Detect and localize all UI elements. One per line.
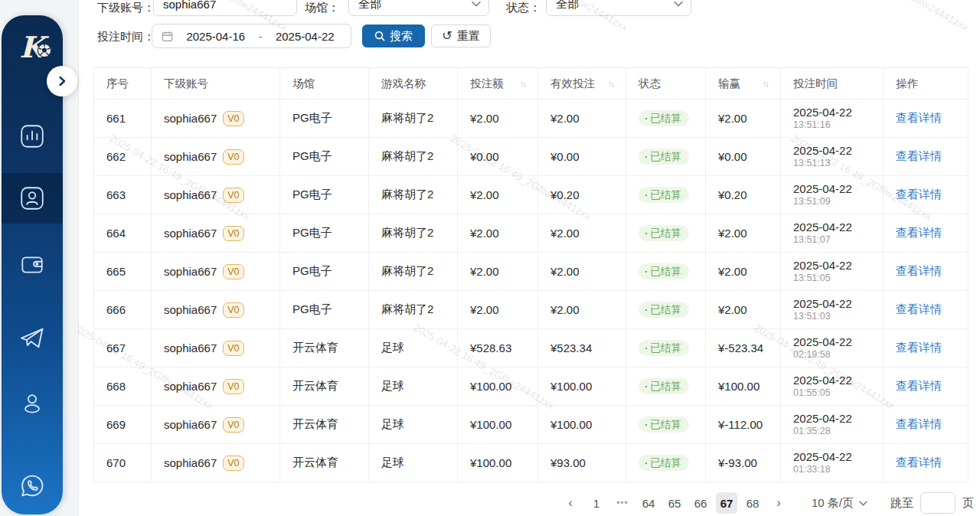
cell-bet-time: 2025-04-2201:55:05 xyxy=(781,367,884,406)
date-from-value[interactable]: 2025-04-16 xyxy=(179,30,253,43)
whatsapp-icon xyxy=(18,472,47,501)
cell-status: ·已结算 xyxy=(626,329,706,367)
cell-win-loss: ¥100.00 xyxy=(706,367,781,406)
user-icon xyxy=(18,390,46,417)
soccer-ball-icon xyxy=(35,41,54,60)
view-details-link[interactable]: 查看详情 xyxy=(896,417,942,430)
cell-bet-amount: ¥100.00 xyxy=(458,367,538,406)
cell-account: sophia667V0 xyxy=(152,444,280,482)
sidebar-item-reports[interactable] xyxy=(2,111,63,162)
sidebar-item-wallet[interactable] xyxy=(2,240,63,290)
view-details-link[interactable]: 查看详情 xyxy=(896,341,942,354)
account-name: sophia667 xyxy=(164,112,217,125)
view-details-link[interactable]: 查看详情 xyxy=(896,149,942,162)
bet-time-filter-label: 投注时间： xyxy=(97,24,155,49)
cell-venue: PG电子 xyxy=(280,291,369,329)
vip-level-badge: V0 xyxy=(223,149,243,165)
cell-bet-time: 2025-04-2202:19:58 xyxy=(781,329,884,367)
column-header-valid[interactable]: 有效投注↑↓ xyxy=(538,68,626,100)
search-button[interactable]: 搜索 xyxy=(362,24,425,47)
sort-icon[interactable]: ↑↓ xyxy=(763,79,769,88)
cell-bet-amount: ¥2.00 xyxy=(458,100,538,138)
view-details-link[interactable]: 查看详情 xyxy=(896,302,942,315)
account-name: sophia667 xyxy=(164,341,217,354)
pagination-page-1[interactable]: 1 xyxy=(586,492,607,514)
reset-button-label: 重置 xyxy=(457,29,480,44)
pagination-page-64[interactable]: 64 xyxy=(638,492,659,514)
cell-game: 麻将胡了2 xyxy=(369,214,458,253)
filter-bar: 下级账号： sophia667 场馆： 全部 状态： 全部 投注时间： 2025… xyxy=(78,0,980,64)
status-badge: ·已结算 xyxy=(639,149,689,165)
status-badge: ·已结算 xyxy=(639,187,689,204)
cell-bet-time: 2025-04-2213:51:16 xyxy=(781,100,884,138)
status-badge: ·已结算 xyxy=(639,455,689,472)
date-to-value[interactable]: 2025-04-22 xyxy=(269,30,342,43)
view-details-link[interactable]: 查看详情 xyxy=(896,456,942,469)
view-details-link[interactable]: 查看详情 xyxy=(896,264,942,277)
view-details-link[interactable]: 查看详情 xyxy=(896,226,942,239)
column-header-status: 状态 xyxy=(626,68,706,100)
cell-win-loss: ¥-93.00 xyxy=(706,444,781,482)
cell-account: sophia667V0 xyxy=(152,138,280,176)
table-row: 662 sophia667V0 PG电子 麻将胡了2 ¥0.00 ¥0.00 ·… xyxy=(94,138,969,176)
table-row: 669 sophia667V0 开云体育 足球 ¥100.00 ¥100.00 … xyxy=(94,406,969,444)
sort-icon[interactable]: ↑↓ xyxy=(520,79,527,88)
bar-chart-icon xyxy=(18,122,46,150)
column-header-win[interactable]: 输赢↑↓ xyxy=(706,68,781,100)
jump-page-input[interactable] xyxy=(920,492,956,514)
status-select[interactable]: 全部 xyxy=(546,0,691,16)
date-range-picker[interactable]: 2025-04-16 - 2025-04-22 xyxy=(152,24,351,48)
column-header-action: 操作 xyxy=(884,68,969,100)
sidebar-item-telegram[interactable] xyxy=(2,312,63,363)
cell-account: sophia667V0 xyxy=(152,329,280,367)
account-name: sophia667 xyxy=(164,380,217,393)
cell-index: 667 xyxy=(94,329,152,367)
view-details-link[interactable]: 查看详情 xyxy=(896,188,942,201)
cell-status: ·已结算 xyxy=(626,406,706,444)
telegram-icon xyxy=(18,323,47,352)
pagination-page-67[interactable]: 67 xyxy=(716,492,737,514)
cell-game: 足球 xyxy=(369,406,458,444)
reset-button[interactable]: ↺ 重置 xyxy=(431,24,491,47)
vip-level-badge: V0 xyxy=(223,341,243,356)
cell-action: 查看详情 xyxy=(884,138,969,176)
view-details-link[interactable]: 查看详情 xyxy=(896,111,942,124)
cell-bet-amount: ¥2.00 xyxy=(458,214,538,253)
cell-venue: PG电子 xyxy=(280,214,369,253)
cell-valid-bet: ¥0.00 xyxy=(538,138,626,176)
cell-action: 查看详情 xyxy=(884,176,969,214)
sidebar-item-members[interactable] xyxy=(2,173,63,224)
pagination-prev-button[interactable]: ‹ xyxy=(560,492,581,514)
chevron-down-icon xyxy=(859,501,867,506)
cell-index: 663 xyxy=(94,176,152,214)
status-badge: ·已结算 xyxy=(639,225,689,242)
vip-level-badge: V0 xyxy=(223,302,243,318)
pagination-page-68[interactable]: 68 xyxy=(742,492,763,514)
cell-venue: 开云体育 xyxy=(280,367,369,406)
column-header-bet[interactable]: 投注额↑↓ xyxy=(458,68,538,100)
sidebar-expand-button[interactable] xyxy=(47,66,77,96)
wallet-icon xyxy=(18,251,46,279)
cell-bet-amount: ¥2.00 xyxy=(458,291,538,329)
cell-action: 查看详情 xyxy=(884,367,969,406)
sort-icon[interactable]: ↑↓ xyxy=(608,79,615,88)
sidebar-item-whatsapp[interactable] xyxy=(2,461,63,511)
view-details-link[interactable]: 查看详情 xyxy=(896,379,942,392)
sidebar-item-profile[interactable] xyxy=(2,378,63,429)
column-label: 投注额 xyxy=(470,77,504,91)
account-search-input[interactable]: sophia667 xyxy=(153,0,297,16)
page-size-select[interactable]: 10 条/页 xyxy=(812,496,867,511)
pagination-page-65[interactable]: 65 xyxy=(664,492,685,514)
cell-index: 662 xyxy=(94,138,152,176)
venue-select[interactable]: 全部 xyxy=(348,0,489,16)
table-row: 663 sophia667V0 PG电子 麻将胡了2 ¥2.00 ¥0.20 ·… xyxy=(94,176,969,214)
cell-status: ·已结算 xyxy=(626,367,706,406)
table-row: 666 sophia667V0 PG电子 麻将胡了2 ¥2.00 ¥2.00 ·… xyxy=(94,291,969,329)
status-badge: ·已结算 xyxy=(639,378,689,395)
cell-index: 664 xyxy=(94,214,152,253)
status-badge: ·已结算 xyxy=(639,110,689,127)
cell-game: 麻将胡了2 xyxy=(369,291,458,329)
pagination-next-button[interactable]: › xyxy=(768,492,789,514)
pagination-page-66[interactable]: 66 xyxy=(690,492,711,514)
cell-valid-bet: ¥93.00 xyxy=(538,444,626,482)
